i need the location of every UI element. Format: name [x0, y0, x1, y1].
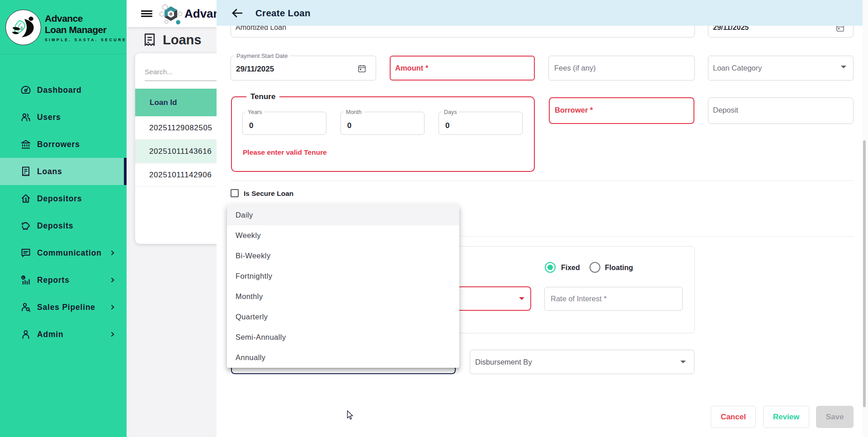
svg-text:$: $: [25, 197, 28, 202]
